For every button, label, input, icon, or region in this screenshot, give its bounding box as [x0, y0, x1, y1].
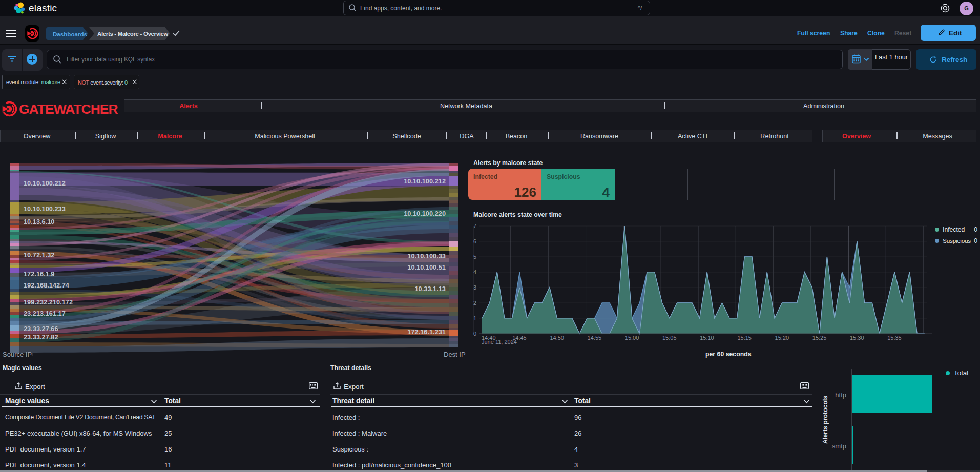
svg-text:15:00: 15:00	[625, 335, 639, 341]
svg-text:6: 6	[473, 238, 476, 244]
svg-text:1: 1	[473, 315, 476, 321]
svg-text:15:35: 15:35	[887, 335, 902, 341]
svg-text:14:55: 14:55	[588, 335, 602, 341]
svg-text:4: 4	[473, 269, 476, 275]
svg-text:15:05: 15:05	[662, 335, 677, 341]
svg-text:2: 2	[473, 300, 476, 306]
svg-text:15:25: 15:25	[812, 335, 827, 341]
svg-text:3: 3	[473, 284, 476, 291]
svg-text:15:10: 15:10	[700, 335, 714, 341]
svg-text:15:20: 15:20	[775, 335, 789, 341]
svg-text:5: 5	[473, 254, 476, 260]
svg-text:15:30: 15:30	[850, 335, 864, 341]
svg-text:14:50: 14:50	[550, 335, 564, 341]
svg-text:7: 7	[473, 223, 476, 229]
svg-text:15:15: 15:15	[737, 335, 752, 341]
svg-text:June 11, 2024: June 11, 2024	[482, 339, 517, 345]
svg-text:0: 0	[473, 331, 476, 337]
